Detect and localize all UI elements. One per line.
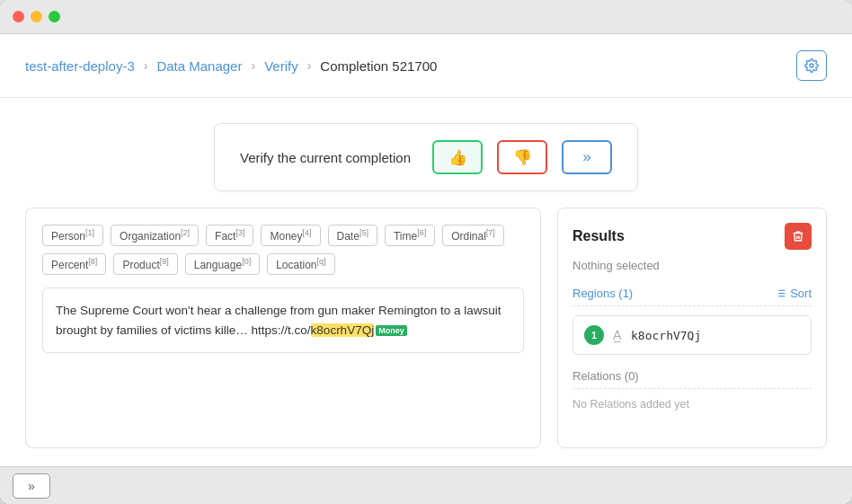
tag-time[interactable]: Time[6]: [385, 225, 435, 246]
titlebar: [0, 0, 852, 34]
region-number: 1: [584, 325, 604, 345]
breadcrumb-completion: Completion 521700: [320, 58, 437, 74]
verify-label: Verify the current completion: [240, 150, 411, 165]
breadcrumb: test-after-deploy-3 › Data Manager › Ver…: [0, 34, 852, 98]
breadcrumb-sep-2: ›: [251, 58, 255, 73]
breadcrumb-data-manager[interactable]: Data Manager: [156, 58, 242, 74]
bottom-bar: »: [0, 466, 852, 504]
settings-button[interactable]: [796, 50, 827, 81]
results-panel: Results Nothing selected Regions: [557, 208, 827, 448]
thumbsup-button[interactable]: 👍: [432, 140, 483, 174]
tag-fact[interactable]: Fact[3]: [206, 225, 253, 246]
sort-button[interactable]: Sort: [775, 287, 812, 300]
region-item: 1 A̲ k8ocrhV7Qj: [572, 315, 812, 355]
tag-organization[interactable]: Organization[2]: [111, 225, 199, 246]
tag-product[interactable]: Product[9]: [113, 253, 177, 275]
tag-date[interactable]: Date[5]: [328, 225, 377, 246]
minimize-button[interactable]: [31, 11, 42, 22]
breadcrumb-sep-1: ›: [144, 58, 148, 73]
region-value: k8ocrhV7Qj: [631, 329, 701, 342]
app-window: test-after-deploy-3 › Data Manager › Ver…: [0, 0, 852, 504]
results-header: Results: [572, 223, 812, 250]
money-label: Money: [376, 325, 407, 336]
traffic-lights: [13, 11, 60, 22]
skip-button[interactable]: »: [562, 140, 612, 174]
annotation-panel: Person[1] Organization[2] Fact[3] Money[…: [25, 208, 541, 448]
tag-person[interactable]: Person[1]: [42, 225, 103, 246]
lower-panels: Person[1] Organization[2] Fact[3] Money[…: [25, 208, 827, 448]
text-icon: A̲: [613, 328, 622, 342]
nothing-selected: Nothing selected: [572, 259, 812, 272]
text-before: The Supreme Court won't hear a challenge…: [56, 304, 501, 337]
maximize-button[interactable]: [49, 11, 60, 22]
sort-label: Sort: [790, 287, 812, 300]
breadcrumb-sep-3: ›: [307, 58, 312, 73]
tag-language[interactable]: Language[0]: [185, 253, 260, 275]
svg-point-0: [810, 64, 813, 67]
no-relations-text: No Relations added yet: [572, 398, 812, 411]
tag-location[interactable]: Location[q]: [267, 253, 334, 275]
tags-row: Person[1] Organization[2] Fact[3] Money[…: [42, 225, 524, 275]
verify-bar: Verify the current completion 👍 👎 »: [214, 123, 638, 191]
tag-ordinal[interactable]: Ordinal[7]: [442, 225, 504, 246]
close-button[interactable]: [13, 11, 24, 22]
tag-money[interactable]: Money[4]: [261, 225, 320, 246]
breadcrumb-project[interactable]: test-after-deploy-3: [25, 58, 135, 74]
regions-row: Regions (1) Sort: [572, 281, 812, 306]
bottom-skip-button[interactable]: »: [13, 473, 50, 499]
results-title: Results: [572, 228, 625, 244]
regions-label: Regions (1): [572, 287, 633, 300]
main-area: Verify the current completion 👍 👎 » Pers…: [0, 98, 852, 466]
relations-row: Relations (0): [572, 364, 812, 389]
thumbsdown-button[interactable]: 👎: [497, 140, 547, 174]
relations-label: Relations (0): [572, 369, 639, 383]
delete-button[interactable]: [785, 223, 812, 250]
highlighted-text: k8ocrhV7Qj: [311, 323, 375, 337]
breadcrumb-verify[interactable]: Verify: [264, 58, 298, 74]
tag-percent[interactable]: Percent[8]: [42, 253, 106, 275]
content-area: test-after-deploy-3 › Data Manager › Ver…: [0, 34, 852, 504]
text-content: The Supreme Court won't hear a challenge…: [42, 287, 524, 353]
bottom-skip-label: »: [28, 479, 35, 493]
